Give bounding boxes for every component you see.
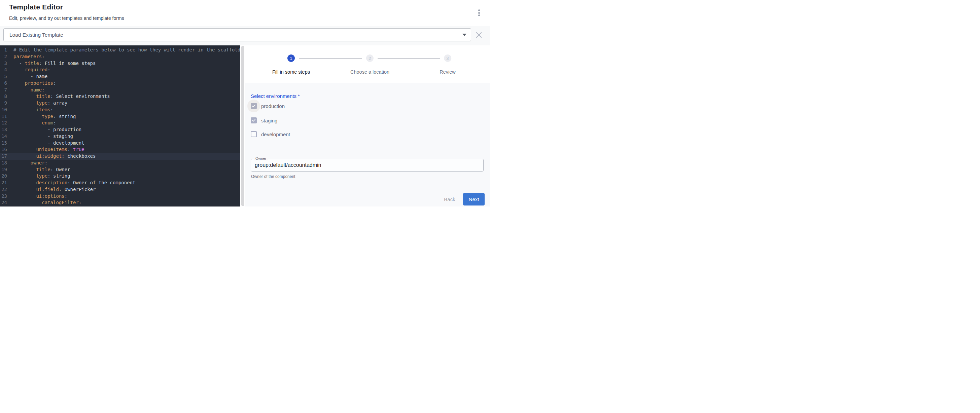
checkbox-unchecked-icon[interactable] bbox=[251, 131, 257, 137]
code-text: title: Select environments bbox=[13, 93, 110, 100]
check-icon bbox=[251, 103, 256, 108]
editor-line: 9 type: array bbox=[0, 100, 240, 106]
editor-line: 6 properties: bbox=[0, 80, 240, 87]
page-header: Template Editor Edit, preview, and try o… bbox=[0, 0, 490, 26]
code-text: description: Owner of the component bbox=[13, 179, 135, 186]
editor-line: 8 title: Select environments bbox=[0, 93, 240, 100]
line-number: 3 bbox=[0, 60, 7, 67]
line-number: 7 bbox=[0, 87, 7, 94]
page-subtitle: Edit, preview, and try out templates and… bbox=[9, 16, 124, 21]
step-circle: 3 bbox=[444, 54, 451, 62]
code-text: type: string bbox=[13, 113, 76, 120]
checkbox-label[interactable]: production bbox=[261, 103, 285, 109]
code-text: required: bbox=[13, 67, 51, 73]
code-text: - development bbox=[13, 140, 84, 147]
line-number: 21 bbox=[0, 179, 7, 186]
checkbox-checked-icon[interactable] bbox=[251, 118, 257, 124]
checkbox-row-development[interactable]: development bbox=[251, 131, 290, 137]
editor-line: 20 type: string bbox=[0, 173, 240, 179]
stepper: 1Fill in some steps2Choose a location3Re… bbox=[245, 45, 490, 83]
editor-line: 24 catalogFilter: bbox=[0, 199, 240, 206]
code-text: - staging bbox=[13, 133, 73, 140]
step-circle: 2 bbox=[366, 54, 374, 62]
editor-line: 17 ui:widget: checkboxes bbox=[0, 153, 240, 160]
page-title: Template Editor bbox=[9, 3, 63, 11]
code-text: ui:field: OwnerPicker bbox=[13, 186, 95, 193]
checkbox-checked-icon[interactable] bbox=[251, 103, 257, 109]
editor-line: 18 owner: bbox=[0, 160, 240, 167]
checkbox-label[interactable]: development bbox=[261, 132, 290, 137]
line-number: 19 bbox=[0, 167, 7, 173]
owner-input[interactable] bbox=[251, 159, 484, 172]
scaffolder-form: Select environments * productionstagingd… bbox=[245, 83, 490, 206]
editor-line: 15 - development bbox=[0, 140, 240, 147]
editor-line: 5 - name bbox=[0, 73, 240, 80]
code-text: uniqueItems: true bbox=[13, 146, 84, 153]
code-text: - production bbox=[13, 127, 81, 133]
editor-line: 14 - staging bbox=[0, 133, 240, 140]
editor-line: 12 enum: bbox=[0, 120, 240, 127]
code-text: type: array bbox=[13, 100, 67, 106]
step-label: Review bbox=[439, 69, 456, 75]
editor-line: 4 required: bbox=[0, 67, 240, 73]
editor-line: 16 uniqueItems: true bbox=[0, 146, 240, 153]
load-template-bar bbox=[0, 26, 490, 45]
select-environments-label: Select environments * bbox=[251, 93, 300, 99]
editor-line: 1# Edit the template parameters below to… bbox=[0, 47, 240, 54]
line-number: 14 bbox=[0, 133, 7, 140]
owner-helper-text: Owner of the component bbox=[251, 174, 295, 179]
line-number: 12 bbox=[0, 120, 7, 127]
code-text: name: bbox=[13, 87, 45, 94]
kebab-menu-icon[interactable] bbox=[475, 8, 483, 17]
line-number: 11 bbox=[0, 113, 7, 120]
code-text: - title: Fill in some steps bbox=[13, 60, 95, 67]
code-text: catalogFilter: bbox=[13, 199, 81, 206]
step-3: 3Review bbox=[439, 54, 456, 75]
step-label: Fill in some steps bbox=[272, 69, 310, 75]
code-text: title: Owner bbox=[13, 167, 70, 173]
owner-field-label: Owner bbox=[254, 156, 268, 160]
editor-line: 22 ui:field: OwnerPicker bbox=[0, 186, 240, 193]
editor-line: 10 items: bbox=[0, 106, 240, 113]
editor-line: 21 description: Owner of the component bbox=[0, 179, 240, 186]
code-text: ui:options: bbox=[13, 193, 67, 200]
line-number: 24 bbox=[0, 199, 7, 206]
line-number: 1 bbox=[0, 47, 7, 54]
check-icon bbox=[251, 118, 256, 123]
editor-line: 3 - title: Fill in some steps bbox=[0, 60, 240, 67]
code-text: owner: bbox=[13, 160, 48, 167]
code-text: enum: bbox=[13, 120, 56, 127]
code-text: # Edit the template parameters below to … bbox=[13, 47, 240, 54]
back-button[interactable]: Back bbox=[439, 193, 461, 205]
checkbox-label[interactable]: staging bbox=[261, 118, 277, 124]
editor-line: 13 - production bbox=[0, 127, 240, 133]
pane-divider-scrollbar[interactable] bbox=[241, 46, 244, 206]
code-text: type: string bbox=[13, 173, 70, 179]
close-icon[interactable] bbox=[475, 31, 483, 39]
checkbox-row-production[interactable]: production bbox=[251, 103, 285, 109]
editor-line: 2parameters: bbox=[0, 54, 240, 60]
step-label: Choose a location bbox=[350, 69, 390, 75]
line-number: 15 bbox=[0, 140, 7, 147]
step-2: 2Choose a location bbox=[350, 54, 390, 75]
line-number: 5 bbox=[0, 73, 7, 80]
template-yaml-editor[interactable]: 1# Edit the template parameters below to… bbox=[0, 45, 240, 206]
load-existing-template-select[interactable] bbox=[3, 28, 471, 41]
step-circle: 1 bbox=[287, 54, 295, 62]
line-number: 6 bbox=[0, 80, 7, 87]
checkbox-row-staging[interactable]: staging bbox=[251, 118, 277, 124]
line-number: 2 bbox=[0, 54, 7, 60]
code-text: properties: bbox=[13, 80, 56, 87]
line-number: 13 bbox=[0, 127, 7, 133]
template-preview-panel: 1Fill in some steps2Choose a location3Re… bbox=[245, 45, 490, 206]
line-number: 23 bbox=[0, 193, 7, 200]
next-button[interactable]: Next bbox=[463, 193, 485, 205]
line-number: 4 bbox=[0, 67, 7, 73]
line-number: 17 bbox=[0, 153, 7, 160]
editor-line: 7 name: bbox=[0, 87, 240, 94]
code-text: parameters: bbox=[13, 54, 45, 60]
line-number: 20 bbox=[0, 173, 7, 179]
editor-line: 11 type: string bbox=[0, 113, 240, 120]
editor-line: 19 title: Owner bbox=[0, 167, 240, 173]
line-number: 10 bbox=[0, 106, 7, 113]
